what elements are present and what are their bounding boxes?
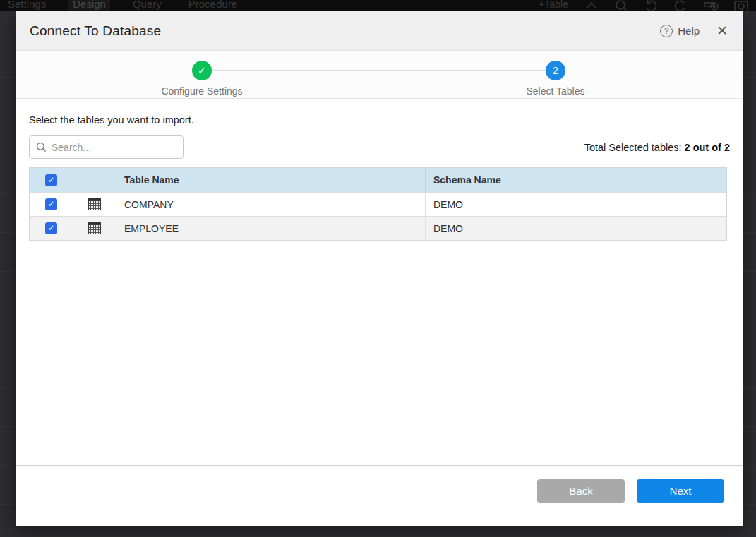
search-icon[interactable] [615,0,628,11]
tab-query[interactable]: Query [128,0,166,11]
header-checkbox-cell: ✓ [30,168,73,192]
step2-label: Select Tables [485,85,626,97]
step2-number-badge: 2 [546,61,565,80]
step1-label: Configure Settings [131,85,272,97]
row-checkbox[interactable]: ✓ [45,222,57,234]
tab-design[interactable]: Design [68,0,110,11]
table-row[interactable]: ✓ EMPLOYEE DEMO [30,216,726,240]
row-checkbox-cell: ✓ [30,193,73,216]
header-schema-name: Schema Name [426,168,726,192]
header-table-name: Table Name [116,168,426,192]
export-icon[interactable] [704,0,716,11]
row-checkbox[interactable]: ✓ [45,198,57,210]
total-selected-label: Total Selected tables: [584,142,685,153]
connect-to-database-dialog: Connect To Database ? Help ✕ ✓ Configure… [16,11,743,526]
instruction-text: Select the tables you want to import. [29,114,730,126]
grid-header-row: ✓ Table Name Schema Name [30,168,726,192]
row-icon-cell [73,193,116,216]
total-selected-value: 2 out of 2 [685,142,730,153]
question-mark-icon: ? [660,25,673,37]
table-grid-icon [88,198,101,210]
add-table-button[interactable]: +Table [539,0,568,11]
row-icon-cell [73,217,116,240]
search-icon [36,142,47,152]
dialog-title: Connect To Database [30,23,161,39]
dialog-header-actions: ? Help ✕ [660,21,731,40]
topbar-tabs: Settings Design Query Procedure [0,0,241,11]
tab-settings[interactable]: Settings [4,0,50,11]
dialog-footer: Back Next [16,465,743,526]
close-icon[interactable]: ✕ [709,21,731,40]
step-configure-settings: ✓ Configure Settings [131,61,272,97]
search-input[interactable] [52,142,176,153]
table-grid-icon [88,222,101,234]
step1-complete-check-icon: ✓ [192,61,212,80]
table-row[interactable]: ✓ COMPANY DEMO [30,192,726,216]
camera-icon[interactable] [733,0,746,11]
wizard-stepper: ✓ Configure Settings 2 Select Tables [16,51,743,99]
redo-icon[interactable] [674,0,687,11]
row-schema-name: DEMO [426,217,726,240]
dialog-content: Select the tables you want to import. To… [16,99,743,465]
undo-icon[interactable] [644,0,657,11]
help-label: Help [678,25,700,37]
tab-procedure[interactable]: Procedure [184,0,241,11]
row-table-name: EMPLOYEE [116,217,426,240]
step-select-tables: 2 Select Tables [485,61,626,97]
app-topbar: Settings Design Query Procedure +Table [0,0,756,11]
dialog-header: Connect To Database ? Help ✕ [16,11,743,51]
total-selected-text: Total Selected tables: 2 out of 2 [584,142,730,153]
row-checkbox-cell: ✓ [30,217,73,240]
select-all-checkbox[interactable]: ✓ [45,174,57,186]
back-button[interactable]: Back [537,479,625,503]
collapse-icon[interactable] [585,0,598,11]
next-button[interactable]: Next [637,479,724,503]
tables-grid: ✓ Table Name Schema Name ✓ COMPANY DEMO … [29,167,727,241]
search-box[interactable] [29,135,184,159]
help-button[interactable]: ? Help [660,25,700,37]
row-schema-name: DEMO [426,193,726,216]
header-icon-cell [73,168,116,192]
topbar-actions: +Table [539,0,756,11]
tools-row: Total Selected tables: 2 out of 2 [29,135,730,159]
row-table-name: COMPANY [116,193,426,216]
